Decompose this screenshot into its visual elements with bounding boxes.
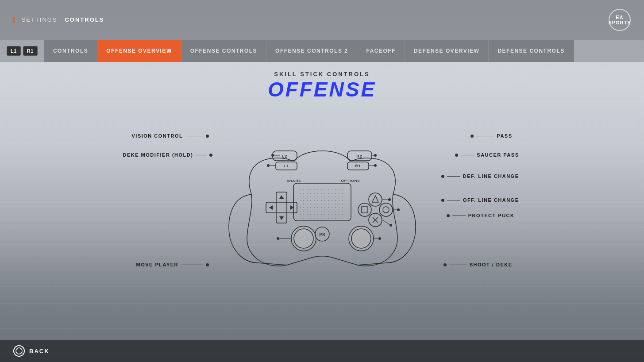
svg-point-60 [342, 200, 343, 201]
svg-point-100 [300, 214, 301, 215]
title-area: SKILL STICK CONTROLS OFFENSE [268, 71, 376, 101]
back-button[interactable]: BACK [13, 345, 50, 357]
svg-point-141 [271, 154, 274, 157]
svg-point-52 [314, 200, 315, 201]
svg-point-15 [321, 189, 322, 190]
svg-point-74 [300, 207, 301, 208]
svg-point-39 [314, 196, 315, 197]
svg-point-28 [321, 193, 322, 194]
breadcrumb-divider [13, 17, 15, 23]
svg-point-116 [310, 218, 311, 219]
svg-point-65 [314, 204, 315, 204]
svg-point-71 [335, 204, 336, 204]
svg-point-115 [307, 218, 308, 219]
svg-point-151 [388, 198, 391, 201]
controller-area: L2 R2 L1 R1 [123, 110, 521, 296]
svg-point-157 [378, 237, 381, 240]
tab-controls[interactable]: CONTROLS [44, 40, 97, 62]
svg-point-87 [300, 211, 301, 212]
svg-point-47 [342, 196, 343, 197]
svg-point-44 [332, 196, 332, 197]
svg-point-85 [339, 207, 339, 208]
svg-point-24 [307, 193, 308, 194]
svg-point-119 [321, 218, 322, 219]
svg-point-16 [324, 189, 325, 190]
saucer-pass-label: SAUCER PASS [455, 152, 519, 158]
svg-point-121 [328, 218, 329, 219]
svg-point-66 [317, 204, 318, 204]
svg-point-13 [314, 189, 315, 190]
svg-point-22 [300, 193, 301, 194]
svg-point-25 [310, 193, 311, 194]
tab-offense-controls-2[interactable]: OFFENSE CONTROLS 2 [266, 40, 357, 62]
svg-point-80 [321, 207, 322, 208]
svg-point-82 [328, 207, 329, 208]
tab-defense-overview[interactable]: DEFENSE OVERVIEW [405, 40, 489, 62]
svg-point-94 [324, 211, 325, 212]
svg-point-50 [307, 200, 308, 201]
svg-point-49 [303, 200, 304, 201]
svg-point-35 [300, 196, 301, 197]
svg-point-122 [332, 218, 332, 219]
svg-text:R1: R1 [355, 164, 361, 168]
svg-line-154 [382, 220, 391, 225]
svg-point-98 [339, 211, 339, 212]
svg-point-41 [321, 196, 322, 197]
controller-svg: L2 R2 L1 R1 [207, 132, 437, 274]
svg-point-10 [303, 189, 304, 190]
svg-point-55 [324, 200, 325, 201]
svg-point-101 [303, 214, 304, 215]
svg-rect-130 [362, 207, 368, 213]
svg-point-19 [335, 189, 336, 190]
main-content: SKILL STICK CONTROLS OFFENSE L2 R2 [0, 62, 644, 362]
svg-point-58 [335, 200, 336, 201]
tab-offense-controls[interactable]: OFFENSE CONTROLS [181, 40, 266, 62]
tab-faceoff[interactable]: FACEOFF [357, 40, 405, 62]
svg-point-131 [379, 203, 393, 216]
svg-point-143 [267, 164, 270, 167]
svg-point-93 [321, 211, 322, 212]
svg-point-33 [339, 193, 339, 194]
svg-point-108 [328, 214, 329, 215]
circle-button-icon [13, 345, 25, 357]
protect-puck-label: PROTECT PUCK [447, 213, 515, 218]
svg-point-97 [335, 211, 336, 212]
l1-button[interactable]: L1 [7, 46, 21, 56]
offense-title: OFFENSE [268, 77, 376, 101]
svg-point-118 [317, 218, 318, 219]
svg-point-61 [300, 204, 301, 204]
tab-defense-controls[interactable]: DEFENSE CONTROLS [489, 40, 574, 62]
svg-point-9 [300, 189, 301, 190]
shoot-deke-label: SHOOT / DEKE [443, 262, 513, 267]
svg-point-117 [314, 218, 315, 219]
pass-label: PASS [470, 133, 512, 139]
svg-point-53 [317, 200, 318, 201]
svg-point-73 [342, 204, 343, 204]
svg-point-72 [339, 204, 339, 204]
svg-point-23 [303, 193, 304, 194]
header: SETTINGS CONTROLS EA SPORTS [0, 0, 644, 40]
svg-point-158 [16, 348, 22, 354]
svg-point-20 [339, 189, 339, 190]
svg-text:L1: L1 [283, 164, 289, 168]
svg-point-123 [335, 218, 336, 219]
move-player-label: MOVE PLAYER [136, 262, 209, 267]
svg-text:R2: R2 [356, 154, 362, 158]
skill-stick-label: SKILL STICK CONTROLS [268, 71, 376, 77]
svg-text:OPTIONS: OPTIONS [341, 179, 360, 183]
bottom-bar: BACK [0, 340, 644, 362]
svg-point-11 [307, 189, 308, 190]
breadcrumb-active: CONTROLS [65, 16, 104, 23]
svg-point-112 [342, 214, 343, 215]
svg-point-91 [314, 211, 315, 212]
svg-point-43 [328, 196, 329, 197]
svg-point-31 [332, 193, 332, 194]
svg-point-113 [300, 218, 301, 219]
tab-offense-overview[interactable]: OFFENSE OVERVIEW [97, 40, 181, 62]
svg-point-59 [339, 200, 339, 201]
svg-point-84 [335, 207, 336, 208]
svg-point-102 [307, 214, 308, 215]
svg-point-77 [310, 207, 311, 208]
r1-button[interactable]: R1 [23, 46, 38, 56]
svg-point-56 [328, 200, 329, 201]
